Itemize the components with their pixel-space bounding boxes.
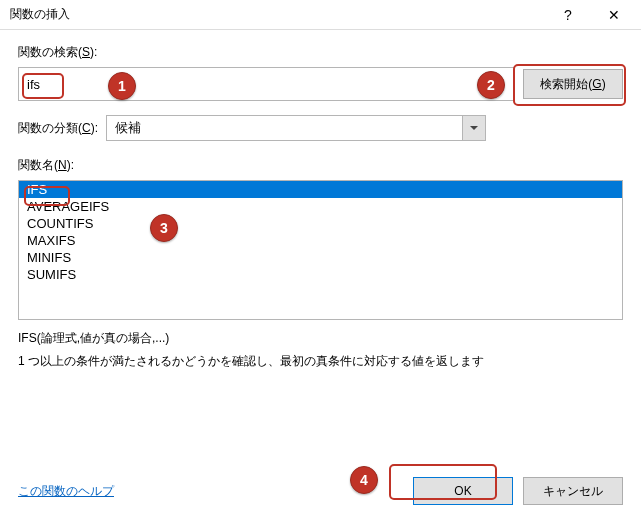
list-item[interactable]: SUMIFS (19, 266, 622, 283)
titlebar: 関数の挿入 ? ✕ (0, 0, 641, 30)
search-start-button[interactable]: 検索開始(G) (523, 69, 623, 99)
list-item[interactable]: MAXIFS (19, 232, 622, 249)
search-input[interactable] (18, 67, 515, 101)
function-description: 1 つ以上の条件が満たされるかどうかを確認し、最初の真条件に対応する値を返します (18, 353, 623, 370)
category-dropdown-button[interactable] (462, 115, 486, 141)
function-listbox[interactable]: IFSAVERAGEIFSCOUNTIFSMAXIFSMINIFSSUMIFS (18, 180, 623, 320)
function-help-link[interactable]: この関数のヘルプ (18, 483, 114, 500)
function-syntax: IFS(論理式,値が真の場合,...) (18, 330, 623, 347)
ok-button[interactable]: OK (413, 477, 513, 505)
list-item[interactable]: COUNTIFS (19, 215, 622, 232)
list-item[interactable]: AVERAGEIFS (19, 198, 622, 215)
function-name-label: 関数名(N): (18, 157, 623, 174)
dialog-content: 関数の検索(S): 検索開始(G) 関数の分類(C): 関数名(N): IFSA… (0, 30, 641, 370)
category-select[interactable] (106, 115, 462, 141)
close-button[interactable]: ✕ (591, 0, 637, 30)
cancel-button[interactable]: キャンセル (523, 477, 623, 505)
search-label: 関数の検索(S): (18, 44, 623, 61)
chevron-down-icon (470, 126, 478, 130)
list-item[interactable]: MINIFS (19, 249, 622, 266)
dialog-title: 関数の挿入 (10, 6, 545, 23)
category-label: 関数の分類(C): (18, 120, 98, 137)
list-item[interactable]: IFS (19, 181, 622, 198)
help-button[interactable]: ? (545, 0, 591, 30)
